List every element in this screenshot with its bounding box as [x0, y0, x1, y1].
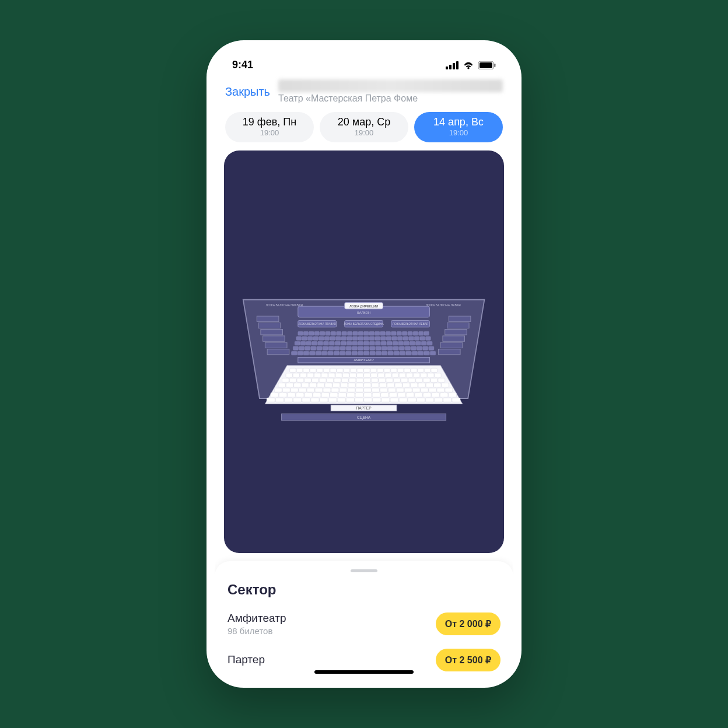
- svg-rect-108: [364, 346, 369, 351]
- svg-rect-145: [290, 368, 296, 372]
- svg-rect-214: [302, 383, 309, 387]
- svg-rect-31: [337, 331, 341, 335]
- svg-rect-58: [353, 337, 358, 341]
- svg-rect-170: [307, 373, 314, 377]
- svg-rect-246: [380, 388, 388, 392]
- svg-rect-137: [394, 351, 400, 355]
- svg-rect-188: [435, 373, 441, 377]
- svg-rect-286: [346, 398, 355, 402]
- svg-rect-254: [445, 388, 453, 392]
- svg-rect-150: [324, 368, 330, 372]
- seating-map[interactable]: ЛОЖА ДИРЕКЦИИ БАЛКОН ЛОЖА БАЛКОНА ПРАВАЯ…: [224, 150, 504, 553]
- svg-rect-289: [373, 398, 381, 402]
- sector-row-1[interactable]: Партер От 2 500 ₽: [228, 644, 501, 680]
- svg-rect-162: [404, 368, 411, 372]
- svg-rect-101: [323, 346, 328, 351]
- svg-rect-79: [335, 341, 341, 345]
- date-time: 19:00: [231, 128, 308, 137]
- svg-rect-118: [423, 346, 428, 351]
- svg-rect-114: [400, 346, 405, 351]
- svg-rect-180: [378, 373, 384, 377]
- svg-rect-21: [443, 336, 465, 341]
- svg-rect-262: [330, 393, 338, 397]
- svg-rect-3: [456, 61, 459, 69]
- svg-rect-86: [376, 341, 381, 345]
- svg-rect-19: [447, 323, 470, 328]
- cellular-icon: [446, 61, 459, 69]
- svg-rect-275: [440, 393, 449, 397]
- svg-rect-95: [428, 341, 433, 345]
- svg-rect-77: [324, 341, 329, 345]
- label-stage: СЦЕНА: [357, 415, 371, 420]
- svg-rect-94: [422, 341, 427, 345]
- svg-rect-173: [328, 373, 335, 377]
- svg-rect-287: [355, 398, 363, 402]
- svg-rect-73: [300, 341, 306, 345]
- date-label: 20 мар, Ср: [326, 116, 402, 128]
- svg-rect-152: [337, 368, 344, 372]
- svg-rect-116: [411, 346, 416, 351]
- svg-rect-45: [414, 331, 418, 335]
- svg-rect-296: [435, 398, 443, 402]
- svg-rect-138: [400, 351, 405, 355]
- svg-rect-209: [431, 378, 438, 382]
- svg-rect-102: [328, 346, 334, 351]
- svg-rect-199: [356, 378, 363, 382]
- svg-rect-109: [370, 346, 375, 351]
- svg-rect-183: [400, 373, 406, 377]
- label-director-box: ЛОЖА ДИРЕКЦИИ: [349, 304, 378, 308]
- svg-rect-290: [382, 398, 390, 402]
- sheet-grabber[interactable]: [351, 569, 377, 572]
- label-balcony-box-right: ЛОЖА БАЛКОНА ПРАВАЯ: [266, 303, 303, 307]
- svg-rect-187: [428, 373, 434, 377]
- date-option-2[interactable]: 14 апр, Вс 19:00: [414, 112, 503, 142]
- svg-rect-201: [372, 378, 379, 382]
- svg-rect-65: [392, 337, 397, 341]
- svg-rect-52: [319, 337, 324, 341]
- svg-rect-213: [294, 383, 301, 387]
- svg-rect-72: [295, 341, 300, 345]
- svg-rect-203: [386, 378, 393, 382]
- svg-rect-285: [338, 398, 346, 402]
- close-button[interactable]: Закрыть: [225, 85, 270, 99]
- svg-rect-75: [312, 341, 317, 345]
- sector-sheet[interactable]: Сектор Амфитеатр 98 билетов От 2 000 ₽ П…: [215, 561, 513, 680]
- svg-rect-293: [408, 398, 416, 402]
- sector-row-0[interactable]: Амфитеатр 98 билетов От 2 000 ₽: [228, 607, 501, 644]
- home-indicator[interactable]: [314, 670, 414, 674]
- svg-rect-107: [358, 346, 363, 351]
- sector-price[interactable]: От 2 500 ₽: [436, 649, 501, 671]
- svg-rect-106: [352, 346, 358, 351]
- sheet-title: Сектор: [228, 582, 501, 598]
- svg-rect-228: [411, 383, 418, 387]
- svg-rect-22: [441, 342, 463, 348]
- svg-rect-18: [449, 316, 471, 321]
- svg-rect-67: [403, 337, 408, 341]
- sector-price[interactable]: От 2 000 ₽: [436, 612, 501, 635]
- header: Закрыть Театр «Мастерская Петра Фоме: [215, 75, 513, 110]
- date-option-1[interactable]: 20 мар, Ср 19:00: [320, 112, 408, 142]
- svg-rect-234: [283, 388, 290, 392]
- svg-rect-35: [359, 331, 363, 335]
- date-selector: 19 фев, Пн 19:00 20 мар, Ср 19:00 14 апр…: [215, 110, 513, 150]
- svg-rect-197: [342, 378, 349, 382]
- svg-rect-247: [388, 388, 396, 392]
- svg-rect-98: [305, 346, 310, 351]
- svg-rect-242: [348, 388, 355, 392]
- svg-rect-74: [306, 341, 312, 345]
- svg-rect-276: [449, 393, 457, 397]
- svg-rect-241: [340, 388, 347, 392]
- svg-rect-207: [416, 378, 423, 382]
- svg-rect-66: [398, 337, 403, 341]
- svg-rect-151: [330, 368, 337, 372]
- svg-rect-229: [418, 383, 425, 387]
- svg-rect-250: [413, 388, 421, 392]
- svg-rect-47: [424, 331, 429, 335]
- svg-rect-110: [376, 346, 381, 351]
- svg-rect-167: [286, 373, 293, 377]
- wifi-icon: [463, 61, 474, 69]
- date-option-0[interactable]: 19 фев, Пн 19:00: [225, 112, 314, 142]
- svg-rect-44: [408, 331, 412, 335]
- svg-rect-208: [424, 378, 430, 382]
- svg-rect-125: [322, 351, 327, 355]
